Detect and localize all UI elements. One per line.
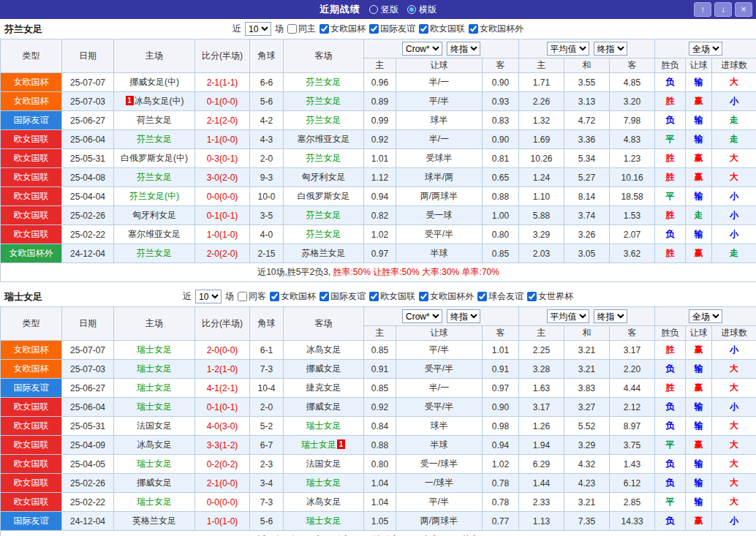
column-header: 让球 [686,326,712,341]
match-type-cell: 欧女国联 [1,455,62,474]
checkbox-input[interactable] [369,24,379,34]
filter-checkbox-0[interactable]: 同主 [287,23,316,35]
avg-odds-cell: 1.53 [610,206,655,225]
odds-period-select[interactable]: 终指 [447,309,480,323]
checkbox-input[interactable] [469,24,478,34]
team-label: 芬兰女足 [137,172,172,182]
column-header: 主场 [114,307,195,341]
column-header: 客场 [284,39,364,73]
checkbox-input[interactable] [527,292,537,301]
odds-group-header: 平均值终指 [519,307,655,326]
odds-cell: 0.82 [364,206,396,225]
checkbox-input[interactable] [238,292,247,301]
team-label: 挪威女足 [306,401,341,412]
odds-cell: 受平/半 [396,360,483,379]
corner-cell: 10-4 [250,379,284,398]
horizontal-layout-radio[interactable]: 横版 [407,4,436,16]
filter-checkbox-1[interactable]: 女欧国杯 [270,290,316,303]
filter-bar: 瑞士女足近10场同客女欧国杯国际友谊欧女国联女欧国杯外球会友谊女世界杯 [0,287,756,306]
away-team-cell: 芬兰女足 [284,206,364,225]
match-date-cell: 25-02-22 [62,225,114,244]
filter-checkbox-2[interactable]: 国际友谊 [320,290,366,303]
checkbox-input[interactable] [419,292,428,301]
score-cell: 2-1(0-0) [195,474,250,493]
scroll-down-button[interactable]: ↓ [714,2,732,17]
away-team-cell: 冰岛女足 [284,493,364,512]
odds-cell: 1.04 [364,493,396,512]
odds-period-select[interactable]: 终指 [594,309,627,323]
filter-checkbox-3[interactable]: 欧女国联 [419,23,465,35]
filter-checkbox-6[interactable]: 女世界杯 [527,290,573,303]
home-team-cell: 芬兰女足 [114,130,195,149]
filter-checkbox-4[interactable]: 女欧国杯外 [469,23,523,35]
checkbox-label: 同主 [298,23,316,35]
column-header: 日期 [62,307,114,341]
filter-checkbox-4[interactable]: 女欧国杯外 [419,290,474,303]
checkbox-input[interactable] [270,292,279,301]
match-row: 欧女国联25-06-04瑞士女足0-1(0-1)2-0挪威女足0.92受平/半0… [1,398,756,417]
filter-checkbox-2[interactable]: 国际友谊 [369,23,415,35]
avg-odds-cell: 3.13 [564,92,610,111]
odds-source-select[interactable]: Crow* [402,309,442,323]
filter-checkbox-0[interactable]: 同客 [238,290,266,303]
avg-odds-cell: 2.25 [519,341,564,360]
filter-bar: 芬兰女足近10场同主女欧国杯国际友谊欧女国联女欧国杯外 [0,19,756,39]
checkbox-input[interactable] [419,24,428,34]
odds-source-select[interactable]: 全场 [689,42,722,56]
avg-odds-cell: 2.03 [519,244,564,263]
odds-source-select[interactable]: Crow* [402,42,442,56]
avg-odds-cell: 10.26 [519,149,564,168]
home-team-cell: 瑞士女足 [114,379,195,398]
close-icon: × [741,4,746,15]
checkbox-input[interactable] [320,24,329,34]
team-label: 法国女足 [306,458,341,469]
match-type-cell: 欧女国联 [1,398,62,417]
match-row: 欧女国联25-02-26匈牙利女足0-1(0-1)3-5芬兰女足0.82受一球1… [1,206,756,225]
result-cell: 输 [686,111,712,130]
result-cell: 输 [686,455,712,474]
team-label: 芬兰女足 [306,210,341,220]
odds-source-select[interactable]: 平均值 [547,42,589,56]
column-header: 主 [364,326,396,341]
avg-odds-cell: 5.52 [564,417,610,436]
corner-cell: 2-0 [250,149,284,168]
odds-source-select[interactable]: 全场 [689,309,722,323]
close-button[interactable]: × [735,2,752,17]
result-cell: 负 [655,398,686,417]
filter-checkbox-3[interactable]: 欧女国联 [369,290,415,303]
column-header: 胜负 [655,58,686,73]
column-header: 主 [364,58,396,73]
recent-count-select[interactable]: 10 [245,22,271,36]
result-cell: 小 [712,398,756,417]
vertical-layout-radio[interactable]: 竖版 [369,4,398,16]
match-type-cell: 国际友谊 [1,111,62,130]
checkbox-input[interactable] [369,292,379,301]
match-type-cell: 欧女国联 [1,225,62,244]
checkbox-input[interactable] [320,292,329,301]
avg-odds-cell: 4.23 [564,474,610,493]
corner-cell: 5-6 [250,512,284,531]
filter-checkbox-1[interactable]: 女欧国杯 [320,23,366,35]
result-cell: 负 [655,455,686,474]
odds-cell: 1.12 [364,168,396,187]
column-header: 客 [610,58,655,73]
result-cell: 赢 [686,341,712,360]
filter-checkbox-5[interactable]: 球会友谊 [477,290,523,303]
match-row: 欧女国联25-04-08芬兰女足3-0(2-0)9-3匈牙利女足1.12球半/两… [1,168,756,187]
result-cell: 负 [655,73,686,92]
odds-cell: 0.91 [483,360,519,379]
odds-period-select[interactable]: 终指 [447,42,480,56]
odds-group-header: 全场 [655,307,756,326]
result-cell: 赢 [686,244,712,263]
odds-source-select[interactable]: 平均值 [547,309,589,323]
team-label: 匈牙利女足 [302,172,346,182]
checkbox-input[interactable] [287,24,297,34]
recent-count-select[interactable]: 10 [195,290,222,303]
checkbox-input[interactable] [477,292,487,301]
match-row: 国际友谊25-06-27瑞士女足4-1(2-1)10-4捷克女足0.85半/一0… [1,379,756,398]
avg-odds-cell: 3.83 [564,379,610,398]
avg-odds-cell: 1.10 [519,187,564,206]
scroll-up-button[interactable]: ↑ [694,2,711,17]
summary-cell: 近10场,胜2平2负6, 胜率:20% 让胜率:50% 大率:50% 单率:50… [1,531,756,536]
odds-period-select[interactable]: 终指 [594,42,627,56]
